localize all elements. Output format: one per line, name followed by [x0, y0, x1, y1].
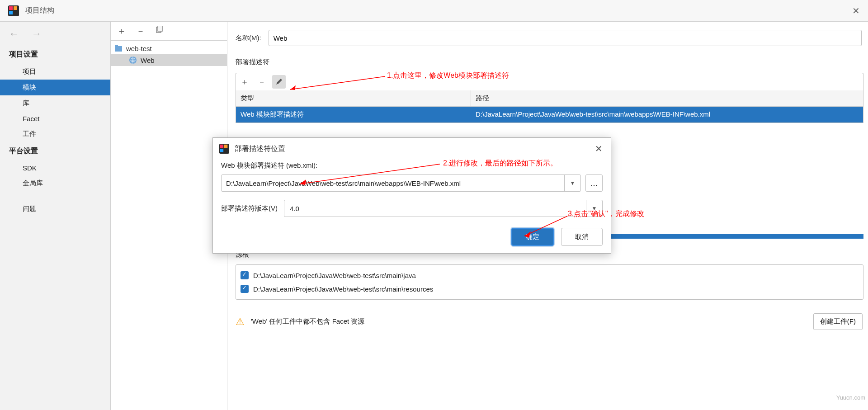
tree-web-label: Web — [141, 57, 155, 64]
svg-rect-7 — [115, 45, 118, 47]
svg-rect-12 — [220, 149, 223, 152]
app-icon — [219, 144, 229, 154]
sidebar-item-problems[interactable]: 问题 — [0, 201, 110, 217]
row-type: Web 模块部署描述符 — [236, 107, 471, 123]
deploy-add-icon[interactable]: ＋ — [238, 75, 251, 89]
add-icon[interactable]: ＋ — [117, 25, 126, 37]
descriptor-label: Web 模块部署描述符 (web.xml): — [221, 161, 603, 170]
src-root-list: D:\JavaLearn\Project\JavaWeb\web-test\sr… — [236, 264, 863, 300]
web-facet-icon — [129, 56, 137, 64]
path-combo[interactable]: D:\JavaLearn\Project\JavaWeb\web-test\sr… — [221, 174, 581, 192]
window-title: 项目结构 — [25, 6, 54, 15]
module-icon — [114, 44, 123, 52]
version-select[interactable]: 4.0 ▼ — [284, 200, 603, 217]
deploy-heading: 部署描述符 — [236, 58, 863, 66]
row-path: D:\JavaLearn\Project\JavaWeb\web-test\sr… — [471, 107, 863, 123]
warning-text: 'Web' 任何工件中都不包含 Facet 资源 — [251, 317, 364, 326]
descriptor-dialog: 部署描述符位置 ✕ Web 模块部署描述符 (web.xml): D:\Java… — [212, 137, 611, 254]
warning-icon: ⚠ — [236, 316, 245, 328]
ok-button[interactable]: 确定 — [511, 228, 554, 246]
version-label: 部署描述符版本(V) — [221, 204, 278, 213]
checkbox-icon[interactable] — [241, 271, 249, 279]
svg-rect-10 — [220, 145, 223, 148]
svg-rect-2 — [14, 6, 17, 10]
checkbox-icon[interactable] — [241, 285, 249, 293]
deploy-remove-icon[interactable]: － — [255, 75, 269, 89]
create-artifact-button[interactable]: 创建工件(F) — [813, 313, 863, 330]
cancel-button[interactable]: 取消 — [561, 228, 603, 246]
version-value: 4.0 — [284, 205, 586, 212]
sidebar-item-library[interactable]: 库 — [0, 95, 110, 111]
browse-button[interactable]: ... — [585, 174, 603, 192]
name-input[interactable] — [269, 30, 862, 46]
svg-rect-5 — [158, 26, 162, 31]
name-label: 名称(M): — [236, 34, 261, 42]
dropdown-icon[interactable]: ▼ — [564, 175, 580, 191]
col-type-header: 类型 — [236, 90, 471, 106]
sidebar-item-project[interactable]: 项目 — [0, 64, 110, 80]
svg-rect-11 — [224, 145, 227, 148]
src-path: D:\JavaLearn\Project\JavaWeb\web-test\sr… — [253, 272, 416, 279]
warning-row: ⚠ 'Web' 任何工件中都不包含 Facet 资源 创建工件(F) — [236, 313, 863, 330]
tree-root[interactable]: web-test — [111, 42, 227, 54]
titlebar: 项目结构 ✕ — [0, 0, 868, 22]
dialog-title: 部署描述符位置 — [235, 144, 285, 154]
sidebar: ← → 项目设置 项目 模块 库 Facet 工件 平台设置 SDK 全局库 问… — [0, 22, 111, 410]
sidebar-item-sdk[interactable]: SDK — [0, 160, 110, 175]
src-path: D:\JavaLearn\Project\JavaWeb\web-test\sr… — [253, 285, 433, 293]
back-icon[interactable]: ← — [9, 28, 19, 40]
close-icon[interactable]: ✕ — [852, 5, 860, 16]
dropdown-icon[interactable]: ▼ — [586, 200, 602, 217]
src-item[interactable]: D:\JavaLearn\Project\JavaWeb\web-test\sr… — [241, 282, 859, 296]
dialog-close-icon[interactable]: ✕ — [595, 143, 603, 154]
deploy-table: 类型 路径 Web 模块部署描述符 D:\JavaLearn\Project\J… — [236, 90, 863, 123]
tree-web[interactable]: Web — [111, 54, 227, 66]
sidebar-heading-platform: 平台设置 — [0, 142, 110, 160]
src-item[interactable]: D:\JavaLearn\Project\JavaWeb\web-test\sr… — [241, 269, 859, 282]
module-tree: ＋ － web-test Web — [111, 22, 227, 410]
svg-rect-1 — [9, 6, 13, 10]
forward-icon[interactable]: → — [32, 28, 42, 40]
sidebar-item-artifact[interactable]: 工件 — [0, 126, 110, 142]
watermark: Yuucn.com — [836, 394, 865, 401]
deploy-toolbar: ＋ － — [236, 73, 863, 90]
path-value: D:\JavaLearn\Project\JavaWeb\web-test\sr… — [222, 179, 564, 187]
sidebar-item-global-lib[interactable]: 全局库 — [0, 175, 110, 191]
sidebar-heading-project: 项目设置 — [0, 45, 110, 64]
copy-icon[interactable] — [155, 26, 163, 36]
app-icon — [8, 5, 19, 16]
deploy-row[interactable]: Web 模块部署描述符 D:\JavaLearn\Project\JavaWeb… — [236, 107, 863, 123]
sidebar-item-facet[interactable]: Facet — [0, 111, 110, 126]
tree-root-label: web-test — [126, 45, 152, 52]
remove-icon[interactable]: － — [136, 25, 145, 37]
deploy-edit-icon[interactable] — [272, 75, 286, 89]
svg-rect-3 — [9, 11, 13, 14]
sidebar-item-module[interactable]: 模块 — [0, 80, 110, 95]
col-path-header: 路径 — [471, 90, 863, 106]
